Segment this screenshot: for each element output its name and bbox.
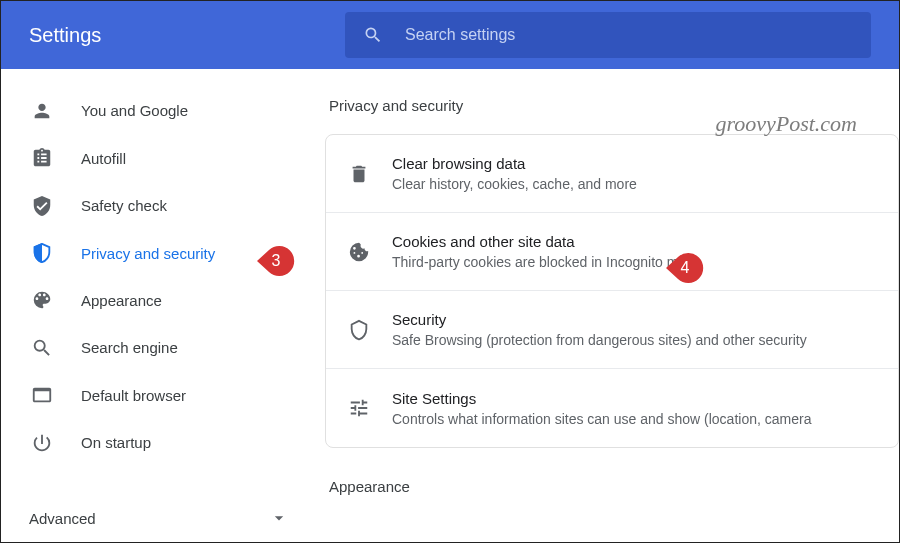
person-icon: [31, 100, 53, 122]
section-title: Privacy and security: [319, 97, 899, 114]
power-icon: [31, 432, 53, 454]
row-sub: Clear history, cookies, cache, and more: [392, 176, 637, 192]
sidebar-item-search-engine[interactable]: Search engine: [1, 324, 319, 371]
row-sub: Third-party cookies are blocked in Incog…: [392, 254, 702, 270]
sidebar-item-appearance[interactable]: Appearance: [1, 277, 319, 324]
browser-icon: [31, 384, 53, 406]
trash-icon: [348, 163, 370, 185]
sidebar-item-label: Safety check: [81, 197, 167, 214]
sidebar-item-label: Privacy and security: [81, 245, 215, 262]
advanced-label: Advanced: [29, 510, 96, 527]
sidebar-item-label: Search engine: [81, 339, 178, 356]
sidebar-item-on-startup[interactable]: On startup: [1, 419, 319, 466]
sidebar-item-label: Autofill: [81, 150, 126, 167]
search-box[interactable]: [345, 12, 871, 58]
row-body: Clear browsing data Clear history, cooki…: [392, 155, 637, 192]
sidebar-item-autofill[interactable]: Autofill: [1, 134, 319, 181]
row-body: Cookies and other site data Third-party …: [392, 233, 702, 270]
sidebar-item-label: Default browser: [81, 387, 186, 404]
header-title: Settings: [29, 24, 345, 47]
section-title-appearance: Appearance: [319, 478, 899, 495]
header: Settings: [1, 1, 899, 69]
row-title: Clear browsing data: [392, 155, 637, 172]
sidebar-item-label: On startup: [81, 434, 151, 451]
row-cookies[interactable]: Cookies and other site data Third-party …: [326, 213, 898, 291]
card-privacy: Clear browsing data Clear history, cooki…: [325, 134, 899, 448]
row-body: Security Safe Browsing (protection from …: [392, 311, 807, 348]
search-icon: [363, 25, 383, 45]
sliders-icon: [348, 397, 370, 419]
chevron-down-icon: [269, 508, 289, 528]
clipboard-icon: [31, 147, 53, 169]
search-icon: [31, 337, 53, 359]
sidebar-item-label: Appearance: [81, 292, 162, 309]
content: Privacy and security Clear browsing data…: [319, 69, 899, 542]
advanced-toggle[interactable]: Advanced: [1, 495, 319, 542]
shield-check-icon: [31, 195, 53, 217]
sidebar-item-you-and-google[interactable]: You and Google: [1, 87, 319, 134]
sidebar-item-label: You and Google: [81, 102, 188, 119]
row-title: Cookies and other site data: [392, 233, 702, 250]
sidebar: You and Google Autofill Safety check Pri…: [1, 69, 319, 542]
row-site-settings[interactable]: Site Settings Controls what information …: [326, 369, 898, 447]
shield-icon: [31, 242, 53, 264]
sidebar-item-privacy-security[interactable]: Privacy and security: [1, 229, 319, 276]
cookie-icon: [348, 241, 370, 263]
row-security[interactable]: Security Safe Browsing (protection from …: [326, 291, 898, 369]
row-title: Security: [392, 311, 807, 328]
palette-icon: [31, 289, 53, 311]
search-input[interactable]: [405, 26, 853, 44]
row-body: Site Settings Controls what information …: [392, 390, 811, 427]
row-sub: Safe Browsing (protection from dangerous…: [392, 332, 807, 348]
sidebar-item-default-browser[interactable]: Default browser: [1, 372, 319, 419]
row-title: Site Settings: [392, 390, 811, 407]
row-clear-browsing-data[interactable]: Clear browsing data Clear history, cooki…: [326, 135, 898, 213]
layout: You and Google Autofill Safety check Pri…: [1, 69, 899, 542]
shield-outline-icon: [348, 319, 370, 341]
row-sub: Controls what information sites can use …: [392, 411, 811, 427]
sidebar-item-safety-check[interactable]: Safety check: [1, 182, 319, 229]
